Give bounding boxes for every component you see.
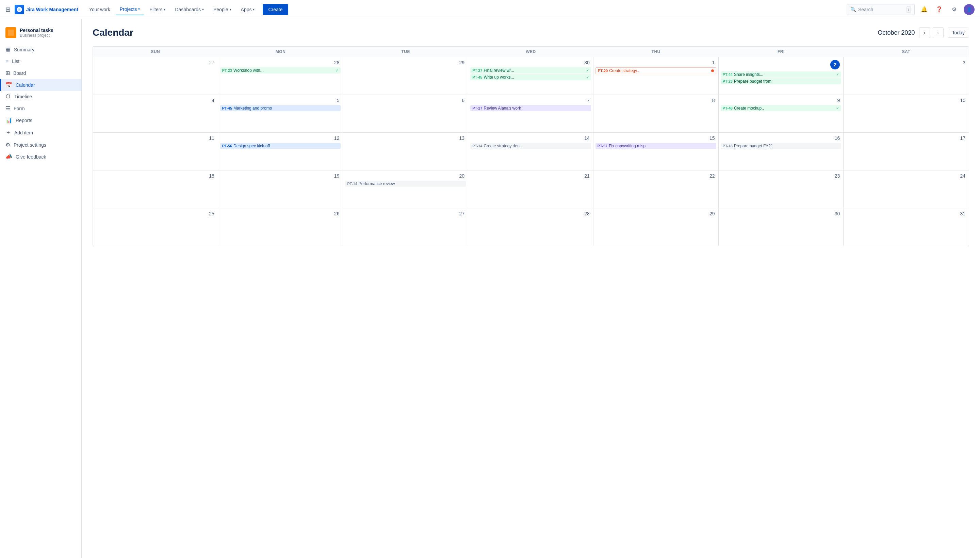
date-18: 18 [95,172,216,179]
check-icon: ✓ [836,72,839,77]
sidebar-item-list[interactable]: ≡ List [0,56,81,67]
project-icon [5,27,16,38]
sidebar-item-add-item[interactable]: ＋ Add item [0,126,81,139]
nav-dashboards[interactable]: Dashboards ▾ [171,4,208,15]
cal-cell-20[interactable]: 20 PT-14 Performance review [343,171,468,208]
event-pt14-14[interactable]: PT-14 Create strategy den.. [470,143,591,149]
event-pt23-2[interactable]: PT-23 Prepare budget from [721,78,842,84]
notifications-button[interactable]: 🔔 [919,4,930,15]
date-19: 19 [220,172,341,179]
cal-cell-14[interactable]: 14 PT-14 Create strategy den.. [468,133,593,170]
help-button[interactable]: ❓ [934,4,945,15]
project-settings-icon: ⚙ [5,141,10,148]
cal-cell-6[interactable]: 6 [343,95,468,132]
sidebar-item-calendar[interactable]: 📅 Calendar [0,79,81,91]
cal-cell-29-oct[interactable]: 29 [593,208,719,246]
nav-projects[interactable]: Projects ▾ [116,4,144,15]
cal-cell-16[interactable]: 16 PT-18 Prepare budget FY21 [719,133,844,170]
event-pt57-15[interactable]: PT-57 Fix copywriting misp [596,143,716,149]
nav-people[interactable]: People ▾ [209,4,235,15]
cal-cell-7[interactable]: 7 PT-27 Review Alana's work [468,95,593,132]
date-9: 9 [721,97,842,104]
topnav-right: 🔍 Search / 🔔 ❓ ⚙ 👤 [847,4,975,15]
cal-cell-22[interactable]: 22 [593,171,719,208]
cal-cell-12[interactable]: 12 PT-56 Design spec kick-off [218,133,343,170]
cal-cell-15[interactable]: 15 PT-57 Fix copywriting misp [593,133,719,170]
project-header[interactable]: Personal tasks Business project [0,25,81,41]
nav-apps[interactable]: Apps ▾ [237,4,259,15]
sidebar-item-give-feedback[interactable]: 📣 Give feedback [0,151,81,162]
event-pt27-7[interactable]: PT-27 Review Alana's work [470,105,591,111]
sidebar-item-timeline[interactable]: ⏱ Timeline [0,91,81,102]
cal-cell-9[interactable]: 9 PT-48 Create mockup.. ✓ [719,95,844,132]
cal-cell-30[interactable]: 30 PT-27 Final review w/... ✓ PT-45 Writ… [468,57,593,95]
cal-cell-29[interactable]: 29 [343,57,468,95]
next-month-button[interactable]: › [933,27,944,38]
event-pt18-16[interactable]: PT-18 Prepare budget FY21 [721,143,842,149]
cal-cell-26[interactable]: 26 [218,208,343,246]
cal-cell-19[interactable]: 19 [218,171,343,208]
cal-cell-17[interactable]: 17 [844,133,969,170]
cal-cell-27-oct[interactable]: 27 [343,208,468,246]
nav-your-work[interactable]: Your work [85,4,114,15]
prev-month-button[interactable]: ‹ [919,27,930,38]
sidebar-nav: ▦ Summary ≡ List ⊞ Board 📅 Calendar ⏱ Ti… [0,44,81,162]
today-button[interactable]: Today [948,28,969,38]
create-button[interactable]: Create [263,4,288,15]
app-logo[interactable]: Jira Work Management [15,5,78,14]
date-11: 11 [95,135,216,141]
cal-cell-11[interactable]: 11 [93,133,218,170]
cal-cell-10[interactable]: 10 [844,95,969,132]
cal-cell-21[interactable]: 21 [468,171,593,208]
cal-cell-25[interactable]: 25 [93,208,218,246]
sidebar-item-reports[interactable]: 📊 Reports [0,114,81,126]
sidebar-item-project-settings[interactable]: ⚙ Project settings [0,139,81,151]
search-box[interactable]: 🔍 Search / [847,4,915,15]
event-pt27-30[interactable]: PT-27 Final review w/... ✓ [470,67,591,74]
cal-cell-13[interactable]: 13 [343,133,468,170]
events-1: PT-20 Create strategy.. [596,67,716,74]
date-17: 17 [845,135,967,141]
cal-cell-1[interactable]: 1 PT-20 Create strategy.. [593,57,719,95]
search-placeholder: Search [858,7,904,12]
event-pt45-30[interactable]: PT-45 Write up works... ✓ [470,74,591,80]
user-avatar[interactable]: 👤 [964,4,975,15]
sidebar-label-board: Board [13,71,26,76]
settings-button[interactable]: ⚙ [949,4,960,15]
sidebar-label-project-settings: Project settings [14,142,46,148]
cal-cell-8[interactable]: 8 [593,95,719,132]
apps-chevron: ▾ [253,8,254,11]
cal-cell-31[interactable]: 31 [844,208,969,246]
sidebar-item-summary[interactable]: ▦ Summary [0,44,81,56]
cal-cell-4[interactable]: 4 [93,95,218,132]
cal-cell-28-oct[interactable]: 28 [468,208,593,246]
cal-cell-2[interactable]: 2 PT-44 Share insights... ✓ PT-23 Prepar… [719,57,844,95]
cal-cell-3[interactable]: 3 [844,57,969,95]
sidebar-item-board[interactable]: ⊞ Board [0,67,81,79]
events-5: PT-45 Marketing and promo [220,105,341,111]
sidebar-label-summary: Summary [14,47,34,53]
nav-filters[interactable]: Filters ▾ [145,4,169,15]
calendar-header: Calendar October 2020 ‹ › Today [92,27,969,38]
grid-icon[interactable]: ⊞ [5,6,11,13]
main-navigation: Your work Projects ▾ Filters ▾ Dashboard… [85,4,844,15]
date-8: 8 [596,97,716,104]
event-pt44-2[interactable]: PT-44 Share insights... ✓ [721,71,842,77]
event-pt56-12[interactable]: PT-56 Design spec kick-off [220,143,341,149]
event-pt45-5[interactable]: PT-45 Marketing and promo [220,105,341,111]
cal-cell-18[interactable]: 18 [93,171,218,208]
date-28-oct: 28 [470,210,591,217]
cal-cell-30-oct[interactable]: 30 [719,208,844,246]
sidebar-item-form[interactable]: ☰ Form [0,102,81,114]
event-pt23-28[interactable]: PT-23 Workshop with... ✓ [220,67,341,74]
calendar-icon: 📅 [5,82,12,88]
event-pt20-1[interactable]: PT-20 Create strategy.. [596,67,716,74]
event-pt14-20[interactable]: PT-14 Performance review [345,181,466,187]
event-pt48-9[interactable]: PT-48 Create mockup.. ✓ [721,105,842,111]
cal-cell-27-sep[interactable]: 27 [93,57,218,95]
cal-cell-5[interactable]: 5 PT-45 Marketing and promo [218,95,343,132]
cal-cell-24[interactable]: 24 [844,171,969,208]
cal-cell-28[interactable]: 28 PT-23 Workshop with... ✓ [218,57,343,95]
cal-cell-23[interactable]: 23 [719,171,844,208]
logo-icon [15,5,24,14]
